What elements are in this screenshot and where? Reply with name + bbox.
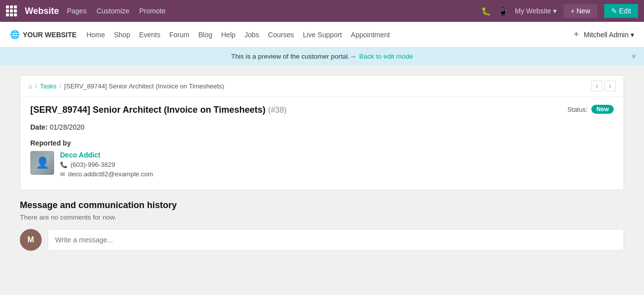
next-nav-button[interactable]: › [604,80,616,91]
breadcrumb-sep-2: / [60,82,62,90]
user-name-label: Mitchell Admin [584,31,629,39]
shop-link[interactable]: Shop [114,31,130,39]
new-button[interactable]: + New [564,4,597,18]
globe-icon: 🌐 [10,30,20,39]
preview-banner: This is a preview of the customer portal… [0,48,644,65]
live-support-link[interactable]: Live Support [303,31,342,39]
arrow-icon: → [350,53,357,60]
email-icon: ✉ [60,171,65,178]
website-logo[interactable]: 🌐 YOUR WEBSITE [10,30,76,39]
current-breadcrumb: [SERV_89744] Senior Architect (Invoice o… [64,82,224,90]
user-chevron-icon: ▾ [631,31,634,39]
top-nav-links: Pages Customize Promote [67,7,166,15]
reporter-details: Deco Addict 📞 (603)-996-3829 ✉ deco.addi… [60,151,153,178]
status-row: Status: New [568,105,614,114]
pages-link[interactable]: Pages [67,7,87,15]
task-number: (#38) [268,106,286,114]
main-content: ⌂ / Tasks / [SERV_89744] Senior Architec… [0,65,644,271]
task-title-row: [SERV_89744] Senior Architect (Invoice o… [30,105,614,115]
no-comments-text: There are no comments for now. [20,214,624,221]
jobs-link[interactable]: Jobs [244,31,259,39]
status-badge: New [591,105,614,114]
breadcrumb-nav: ‹ › [591,80,616,91]
grid-menu-icon[interactable] [6,5,17,16]
site-title: Website [25,6,59,16]
task-date: Date: 01/28/2020 [30,123,614,131]
status-label: Status: [568,106,587,113]
close-banner-button[interactable]: × [632,52,636,61]
home-breadcrumb[interactable]: ⌂ [28,82,32,90]
home-breadcrumb-icon: ⌂ [28,82,32,90]
message-title: Message and communication history [20,200,624,211]
website-nav-links: Home Shop Events Forum Blog Help Jobs Co… [86,31,573,39]
help-link[interactable]: Help [221,31,235,39]
task-card: ⌂ / Tasks / [SERV_89744] Senior Architec… [20,75,624,190]
user-menu-button[interactable]: Mitchell Admin ▾ [584,31,634,39]
mobile-icon[interactable]: 📱 [498,6,508,16]
reporter-phone: 📞 (603)-996-3829 [60,161,153,168]
customize-link[interactable]: Customize [96,7,129,15]
chevron-down-icon: ▾ [553,7,557,15]
tasks-breadcrumb[interactable]: Tasks [40,82,56,90]
reporter-avatar [30,151,54,175]
add-nav-icon[interactable]: + [573,29,579,40]
breadcrumb-sep-1: / [35,82,37,90]
breadcrumb: ⌂ / Tasks / [SERV_89744] Senior Architec… [20,75,624,97]
preview-text: This is a preview of the customer portal… [231,53,350,60]
task-title-container: [SERV_89744] Senior Architect (Invoice o… [30,105,286,115]
blog-link[interactable]: Blog [198,31,212,39]
promote-link[interactable]: Promote [140,7,166,15]
courses-link[interactable]: Courses [268,31,294,39]
message-compose: M [20,229,624,251]
website-nav: 🌐 YOUR WEBSITE Home Shop Events Forum Bl… [0,22,644,48]
home-link[interactable]: Home [86,31,105,39]
reporter-name: Deco Addict [60,151,153,159]
reporter-info: Deco Addict 📞 (603)-996-3829 ✉ deco.addi… [30,151,614,178]
appointment-link[interactable]: Appointment [351,31,390,39]
back-to-edit-link[interactable]: Back to edit mode [359,53,413,60]
my-website-button[interactable]: My Website ▾ [515,7,557,15]
task-title: [SERV_89744] Senior Architect (Invoice o… [30,105,286,115]
bug-icon[interactable]: 🐛 [481,6,491,16]
forum-link[interactable]: Forum [169,31,189,39]
composer-avatar: M [20,229,42,251]
message-input[interactable] [48,229,624,251]
reported-by-title: Reported by [30,139,614,147]
prev-nav-button[interactable]: ‹ [591,80,603,91]
reported-by-section: Reported by Deco Addict 📞 (603)-996-3829… [30,139,614,178]
edit-button[interactable]: ✎ Edit [604,4,638,18]
message-section: Message and communication history There … [20,200,624,261]
top-nav: Website Pages Customize Promote 🐛 📱 My W… [0,0,644,22]
events-link[interactable]: Events [139,31,160,39]
reporter-email: ✉ deco.addict82@example.com [60,170,153,178]
phone-icon: 📞 [60,161,68,168]
task-detail: [SERV_89744] Senior Architect (Invoice o… [20,97,624,190]
